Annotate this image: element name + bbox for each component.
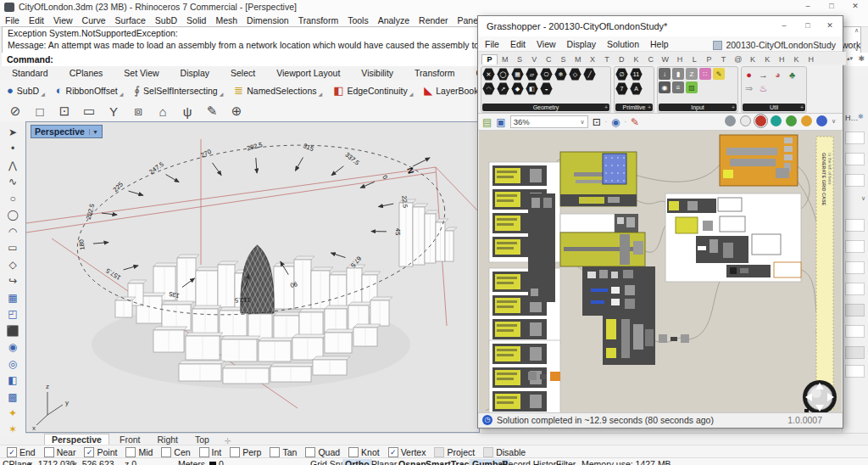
group-expand-icon[interactable]: +	[648, 104, 651, 111]
scroll-down-icon[interactable]: ∨	[854, 46, 859, 53]
component-icon[interactable]: ◕	[771, 68, 784, 81]
gh-component-tab-1[interactable]: M	[498, 55, 512, 64]
checkbox-vertex[interactable]: ✓	[388, 447, 398, 457]
gh-component-tab-16[interactable]: T	[716, 55, 731, 64]
sketch-pencil-icon[interactable]: ✎	[631, 116, 639, 128]
gh-menu-display[interactable]: Display	[567, 39, 596, 49]
menu-transform[interactable]: Transform	[298, 15, 338, 25]
maximize-button[interactable]: □	[821, 0, 843, 13]
status-meters[interactable]: Meters	[178, 459, 205, 465]
dock-field[interactable]	[845, 219, 865, 232]
component-icon[interactable]: ▱	[526, 68, 538, 81]
gh-component-tab-5[interactable]: S	[556, 55, 570, 64]
cage-box-icon[interactable]: □	[31, 104, 48, 119]
zoom-select[interactable]: 36% ∨	[510, 115, 588, 128]
component-icon[interactable]: 11	[630, 68, 643, 81]
status-record-history[interactable]: Record History	[502, 459, 560, 465]
display-mode-icon-1[interactable]	[740, 115, 751, 126]
status-x-1712-030[interactable]: x -1712.030	[28, 459, 75, 465]
menu-tools[interactable]: Tools	[348, 15, 369, 25]
checkbox-perp[interactable]	[230, 447, 240, 457]
component-icon[interactable]: ◉	[659, 81, 670, 93]
preview-eye-icon[interactable]: ◉	[611, 116, 620, 128]
checkbox-knot[interactable]	[348, 447, 359, 457]
status-z-0[interactable]: z 0	[125, 459, 136, 465]
checkbox-point[interactable]: ✓	[84, 447, 94, 457]
mesh-icon[interactable]: ▩	[4, 390, 21, 404]
dock-field[interactable]	[845, 261, 865, 274]
status-smarttrack[interactable]: SmartTrack	[426, 459, 474, 465]
dock-field[interactable]	[845, 240, 865, 253]
grasshopper-titlebar[interactable]: Grasshopper - 200130-CityOfLondonStudy* …	[478, 16, 843, 37]
box-frame-icon[interactable]: ⊡	[56, 104, 73, 119]
menu-solid[interactable]: Solid	[186, 15, 206, 25]
status-y-526-623[interactable]: y -526.623	[72, 459, 114, 465]
osnap-tan[interactable]: Tan	[270, 447, 297, 457]
viewport-canvas[interactable]: N022.54567.590112.5135157.5180202.522524…	[26, 122, 479, 432]
minimize-button[interactable]: –	[797, 0, 819, 13]
sphere-icon[interactable]: ◉	[4, 340, 21, 354]
gh-menu-help[interactable]: Help	[650, 39, 669, 49]
toolbar-tab-set-view[interactable]: Set View	[124, 68, 159, 78]
grass-icon[interactable]: ψ	[179, 104, 196, 119]
osnap-cen[interactable]: Cen	[161, 447, 190, 457]
dock-button[interactable]	[845, 346, 865, 359]
component-icon[interactable]: ≡	[672, 81, 684, 93]
osnap-perp[interactable]: Perp	[230, 447, 261, 457]
panel-gear-icon[interactable]: ✱	[858, 113, 864, 120]
point-icon[interactable]: •	[4, 142, 21, 155]
menu-view[interactable]: View	[53, 15, 73, 25]
gear-icon[interactable]: ✱	[858, 54, 865, 63]
rhino-titlebar[interactable]: CityOfLondon.3dm (23 MB) - Rhinoceros 7 …	[0, 0, 868, 15]
grasshopper-canvas[interactable]: GENERATE GRID CASEto the left of here	[479, 131, 842, 412]
display-mode-icon-6[interactable]	[816, 115, 827, 126]
gh-maximize-button[interactable]: □	[797, 20, 819, 32]
gh-component-tab-3[interactable]: V	[527, 55, 542, 64]
ellipse-icon[interactable]: ◯	[4, 208, 21, 221]
osnap-disable[interactable]: Disable	[483, 447, 526, 457]
group-label-primitive[interactable]: Primitive+	[615, 104, 653, 111]
gh-component-tab-7[interactable]: X	[585, 55, 599, 64]
menu-file[interactable]: File	[5, 15, 19, 25]
dock-field[interactable]	[845, 153, 865, 165]
dock-button[interactable]	[845, 304, 865, 317]
menu-curve[interactable]: Curve	[82, 15, 106, 25]
toolbar-tab-viewport-layout[interactable]: Viewport Layout	[276, 68, 340, 78]
component-icon[interactable]: ▮	[672, 68, 684, 80]
toolbar-tab-transform[interactable]: Transform	[415, 68, 454, 78]
display-mode-icon-2[interactable]	[755, 115, 766, 126]
checkbox-tan[interactable]	[270, 447, 280, 457]
component-icon[interactable]: Z	[686, 68, 698, 80]
layerbook-button[interactable]: ◣LayerBook◢	[424, 84, 484, 97]
funnel-icon[interactable]: Y	[105, 104, 122, 119]
group-expand-icon[interactable]: +	[604, 104, 608, 111]
checkbox-project[interactable]	[434, 447, 444, 457]
circle-slash-icon[interactable]: ⊘	[7, 104, 24, 119]
component-icon[interactable]: ▦	[511, 68, 524, 81]
gh-component-tab-9[interactable]: D	[615, 55, 629, 64]
display-mode-icon-3[interactable]	[771, 115, 782, 126]
component-icon[interactable]: ✕	[482, 68, 495, 81]
polyline-icon[interactable]: ⋀	[4, 159, 21, 172]
osnap-vertex[interactable]: ✓Vertex	[388, 447, 426, 457]
checkbox-int[interactable]	[199, 447, 209, 457]
chevron-down-icon[interactable]: ∨	[861, 195, 865, 202]
component-icon[interactable]: ╱	[583, 68, 596, 81]
corner-surface-icon[interactable]: ◰	[4, 307, 21, 321]
display-mode-icon-4[interactable]	[786, 115, 797, 126]
curve-icon[interactable]: ∿	[4, 175, 21, 188]
ribbonoffset-button[interactable]: ◐RibbonOffset◢	[56, 84, 124, 97]
box-arrow-icon[interactable]: ⧈	[130, 104, 147, 119]
osnap-near[interactable]: Near	[44, 447, 76, 457]
component-icon[interactable]: ⇒	[743, 82, 755, 95]
component-icon[interactable]: ●	[743, 68, 755, 81]
status-ortho[interactable]: Ortho	[342, 459, 372, 465]
torus-icon[interactable]: ◎	[4, 357, 21, 371]
menu-render[interactable]: Render	[419, 15, 448, 25]
osnap-project[interactable]: Project	[434, 447, 475, 457]
menu-subd[interactable]: SubD	[155, 15, 177, 25]
gh-component-tab-21[interactable]: K	[789, 55, 804, 64]
component-icon[interactable]: ↓	[659, 68, 670, 80]
rectangle-icon[interactable]: ▭	[4, 241, 21, 255]
dock-field[interactable]	[845, 174, 865, 187]
